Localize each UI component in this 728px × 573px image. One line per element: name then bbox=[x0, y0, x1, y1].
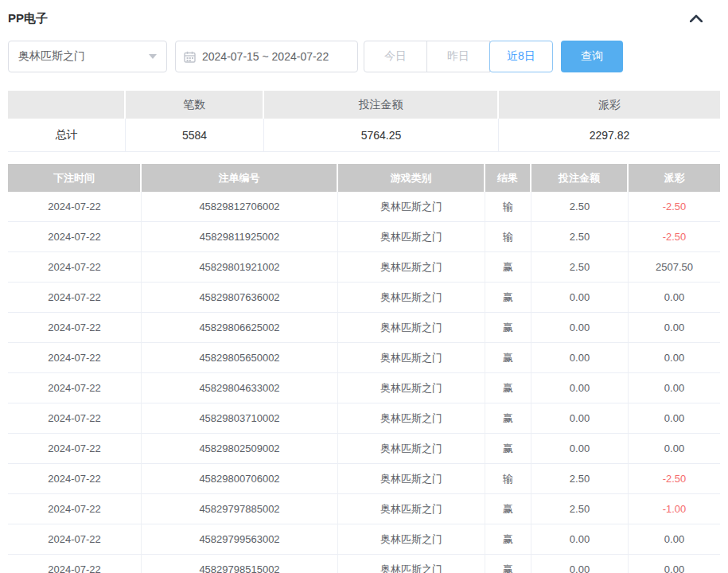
cell-payout: 0.00 bbox=[629, 555, 720, 573]
summary-total-bet-amount: 5764.25 bbox=[264, 119, 499, 152]
cell-payout: -1.00 bbox=[629, 494, 720, 524]
summary-col-bet-amount: 投注金额 bbox=[264, 91, 499, 119]
cell-bet-amount: 0.00 bbox=[531, 403, 629, 434]
cell-payout: 0.00 bbox=[629, 403, 720, 434]
cell-bet-time: 2024-07-22 bbox=[8, 192, 142, 222]
cell-bet-time: 2024-07-22 bbox=[8, 434, 142, 464]
cell-result: 赢 bbox=[485, 313, 531, 343]
game-select-value: 奥林匹斯之门 bbox=[18, 49, 85, 64]
cell-payout: 0.00 bbox=[629, 524, 720, 555]
cell-result: 赢 bbox=[485, 373, 531, 403]
cell-payout: 0.00 bbox=[629, 313, 720, 343]
summary-table: 笔数 投注金额 派彩 总计 5584 5764.25 2297.82 bbox=[8, 91, 720, 152]
pp-electronic-panel: PP电子 奥林匹斯之门 2024-07-15 ~ 20 bbox=[0, 0, 728, 573]
date-range-picker[interactable]: 2024-07-15 ~ 2024-07-22 bbox=[175, 41, 358, 72]
table-row: 2024-07-22 45829806625002 奥林匹斯之门 赢 0.00 … bbox=[8, 313, 720, 343]
cell-payout: -2.50 bbox=[629, 192, 720, 222]
summary-col-blank bbox=[8, 91, 126, 119]
bet-table-body: 2024-07-22 45829812706002 奥林匹斯之门 输 2.50 … bbox=[8, 192, 720, 573]
table-row: 2024-07-22 45829805650002 奥林匹斯之门 赢 0.00 … bbox=[8, 343, 720, 373]
cell-bet-amount: 2.50 bbox=[531, 494, 629, 524]
chevron-up-icon bbox=[690, 14, 703, 22]
collapse-button[interactable] bbox=[687, 10, 706, 27]
cell-bet-amount: 0.00 bbox=[531, 434, 629, 464]
summary-total-label: 总计 bbox=[8, 119, 126, 152]
table-row: 2024-07-22 45829812706002 奥林匹斯之门 输 2.50 … bbox=[8, 192, 720, 222]
cell-bet-amount: 0.00 bbox=[531, 283, 629, 313]
cell-game-category: 奥林匹斯之门 bbox=[338, 313, 485, 343]
cell-bet-time: 2024-07-22 bbox=[8, 343, 142, 373]
summary-header-row: 笔数 投注金额 派彩 bbox=[8, 91, 720, 119]
cell-payout: 0.00 bbox=[629, 343, 720, 373]
cell-payout: 0.00 bbox=[629, 373, 720, 403]
date-range-value: 2024-07-15 ~ 2024-07-22 bbox=[202, 50, 329, 63]
cell-bet-id: 45829802509002 bbox=[142, 434, 338, 464]
cell-result: 赢 bbox=[485, 283, 531, 313]
table-row: 2024-07-22 45829803710002 奥林匹斯之门 赢 0.00 … bbox=[8, 403, 720, 434]
cell-bet-id: 45829805650002 bbox=[142, 343, 338, 373]
cell-payout: 0.00 bbox=[629, 283, 720, 313]
summary-total-row: 总计 5584 5764.25 2297.82 bbox=[8, 119, 720, 152]
cell-result: 赢 bbox=[485, 343, 531, 373]
col-payout: 派彩 bbox=[629, 164, 720, 192]
today-button[interactable]: 今日 bbox=[364, 41, 427, 72]
cell-bet-amount: 2.50 bbox=[531, 252, 629, 283]
cell-bet-id: 45829803710002 bbox=[142, 403, 338, 434]
last-8-days-button[interactable]: 近8日 bbox=[489, 41, 553, 72]
cell-bet-id: 45829812706002 bbox=[142, 192, 338, 222]
yesterday-button[interactable]: 昨日 bbox=[426, 41, 490, 72]
cell-game-category: 奥林匹斯之门 bbox=[338, 403, 485, 434]
cell-bet-id: 45829798515002 bbox=[142, 555, 338, 573]
cell-bet-time: 2024-07-22 bbox=[8, 524, 142, 555]
cell-bet-id: 45829806625002 bbox=[142, 313, 338, 343]
calendar-icon bbox=[184, 51, 196, 63]
cell-bet-time: 2024-07-22 bbox=[8, 373, 142, 403]
cell-bet-id: 45829799563002 bbox=[142, 524, 338, 555]
cell-game-category: 奥林匹斯之门 bbox=[338, 343, 485, 373]
table-row: 2024-07-22 45829799563002 奥林匹斯之门 赢 0.00 … bbox=[8, 524, 720, 555]
cell-game-category: 奥林匹斯之门 bbox=[338, 252, 485, 283]
cell-bet-amount: 2.50 bbox=[531, 222, 629, 252]
bet-table-header-row: 下注时间 注单编号 游戏类别 结果 投注金额 派彩 bbox=[8, 164, 720, 192]
cell-bet-id: 45829811925002 bbox=[142, 222, 338, 252]
cell-bet-amount: 0.00 bbox=[531, 343, 629, 373]
table-row: 2024-07-22 45829798515002 奥林匹斯之门 赢 0.00 … bbox=[8, 555, 720, 573]
table-row: 2024-07-22 45829804633002 奥林匹斯之门 赢 0.00 … bbox=[8, 373, 720, 403]
table-row: 2024-07-22 45829800706002 奥林匹斯之门 输 2.50 … bbox=[8, 464, 720, 494]
query-button[interactable]: 查询 bbox=[561, 41, 623, 72]
cell-result: 输 bbox=[485, 222, 531, 252]
cell-result: 赢 bbox=[485, 403, 531, 434]
col-bet-amount: 投注金额 bbox=[531, 164, 629, 192]
filter-bar: 奥林匹斯之门 2024-07-15 ~ 2024-07-22 今日 昨日 近8日… bbox=[8, 41, 720, 72]
cell-game-category: 奥林匹斯之门 bbox=[338, 283, 485, 313]
cell-bet-time: 2024-07-22 bbox=[8, 494, 142, 524]
page-title: PP电子 bbox=[8, 11, 48, 26]
bet-table: 下注时间 注单编号 游戏类别 结果 投注金额 派彩 2024-07-22 458… bbox=[8, 164, 720, 573]
cell-payout: -2.50 bbox=[629, 222, 720, 252]
cell-game-category: 奥林匹斯之门 bbox=[338, 373, 485, 403]
col-bet-id: 注单编号 bbox=[142, 164, 338, 192]
cell-bet-id: 45829804633002 bbox=[142, 373, 338, 403]
cell-result: 输 bbox=[485, 192, 531, 222]
cell-game-category: 奥林匹斯之门 bbox=[338, 524, 485, 555]
cell-result: 赢 bbox=[485, 555, 531, 573]
panel-header: PP电子 bbox=[8, 10, 720, 27]
cell-game-category: 奥林匹斯之门 bbox=[338, 222, 485, 252]
table-row: 2024-07-22 45829802509002 奥林匹斯之门 赢 0.00 … bbox=[8, 434, 720, 464]
cell-bet-id: 45829801921002 bbox=[142, 252, 338, 283]
cell-bet-time: 2024-07-22 bbox=[8, 313, 142, 343]
summary-col-payout: 派彩 bbox=[499, 91, 720, 119]
quick-range-group: 今日 昨日 近8日 bbox=[364, 41, 553, 72]
summary-total-payout: 2297.82 bbox=[499, 119, 720, 152]
table-row: 2024-07-22 45829797885002 奥林匹斯之门 赢 2.50 … bbox=[8, 494, 720, 524]
game-select[interactable]: 奥林匹斯之门 bbox=[8, 41, 167, 72]
cell-bet-amount: 2.50 bbox=[531, 464, 629, 494]
cell-bet-amount: 2.50 bbox=[531, 192, 629, 222]
cell-result: 赢 bbox=[485, 494, 531, 524]
summary-total-count: 5584 bbox=[126, 119, 264, 152]
cell-bet-amount: 0.00 bbox=[531, 524, 629, 555]
cell-bet-amount: 0.00 bbox=[531, 313, 629, 343]
col-bet-time: 下注时间 bbox=[8, 164, 142, 192]
cell-result: 赢 bbox=[485, 434, 531, 464]
cell-bet-time: 2024-07-22 bbox=[8, 464, 142, 494]
